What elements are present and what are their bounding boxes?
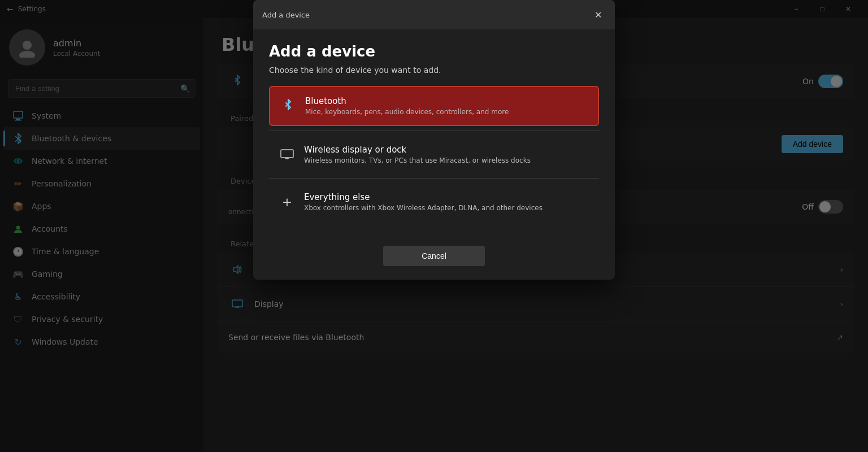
svg-rect-10: [281, 150, 293, 158]
wireless-option-text: Wireless display or dock Wireless monito…: [304, 145, 531, 164]
everything-option-title: Everything else: [304, 192, 542, 202]
dialog-footer: Cancel: [253, 237, 615, 280]
bluetooth-option-icon: [280, 98, 296, 114]
device-option-everything[interactable]: + Everything else Xbox controllers with …: [269, 183, 599, 221]
everything-option-icon: +: [279, 194, 295, 210]
wireless-option-title: Wireless display or dock: [304, 145, 531, 155]
dialog-divider-1: [269, 131, 599, 131]
wireless-option-icon: [279, 147, 295, 163]
wireless-option-desc: Wireless monitors, TVs, or PCs that use …: [304, 157, 531, 164]
bluetooth-option-title: Bluetooth: [305, 96, 509, 106]
bluetooth-option-text: Bluetooth Mice, keyboards, pens, audio d…: [305, 96, 509, 116]
dialog-body: Add a device Choose the kind of device y…: [253, 29, 615, 237]
everything-option-text: Everything else Xbox controllers with Xb…: [304, 192, 542, 212]
everything-option-desc: Xbox controllers with Xbox Wireless Adap…: [304, 204, 542, 212]
dialog-main-title: Add a device: [269, 43, 599, 60]
device-option-wireless[interactable]: Wireless display or dock Wireless monito…: [269, 136, 599, 173]
device-option-bluetooth[interactable]: Bluetooth Mice, keyboards, pens, audio d…: [269, 86, 599, 126]
dialog-titlebar: Add a device ✕: [253, 0, 615, 29]
dialog-titlebar-title: Add a device: [262, 11, 310, 19]
modal-overlay: Add a device ✕ Add a device Choose the k…: [0, 0, 868, 452]
dialog-divider-2: [269, 178, 599, 179]
bluetooth-option-desc: Mice, keyboards, pens, audio devices, co…: [305, 108, 509, 116]
cancel-button[interactable]: Cancel: [383, 246, 485, 266]
add-device-dialog: Add a device ✕ Add a device Choose the k…: [253, 0, 615, 280]
dialog-close-button[interactable]: ✕: [590, 7, 606, 23]
dialog-subtitle: Choose the kind of device you want to ad…: [269, 66, 599, 75]
